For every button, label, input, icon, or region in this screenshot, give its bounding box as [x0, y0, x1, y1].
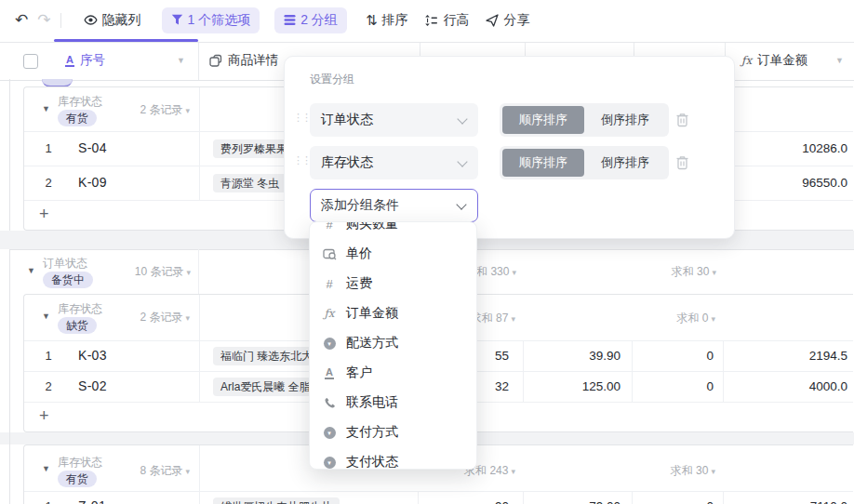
column-header-product[interactable]: 商品详情 [209, 52, 278, 69]
sort-desc-button[interactable]: 倒序排序 [584, 149, 666, 177]
row-height-icon [424, 14, 438, 27]
row-index: 1 [36, 499, 60, 504]
group-field-select-2[interactable]: 库存状态 [310, 146, 478, 179]
summary-shipping[interactable]: 求和 30▾ [671, 463, 715, 479]
number-icon: # [322, 277, 337, 291]
dropdown-arrow-icon: ▾ [186, 268, 191, 277]
sort-label: 排序 [381, 12, 407, 29]
row-index: 2 [36, 379, 60, 393]
menu-item-delivery[interactable]: ▾配送方式 [310, 328, 476, 358]
delete-group-icon[interactable] [675, 113, 689, 127]
group-value-badge: 有货 [58, 471, 97, 487]
cell-divider [199, 492, 200, 504]
menu-item-label: 订单金额 [346, 305, 398, 322]
column-menu-arrow-amount[interactable]: ▼ [835, 56, 844, 65]
eye-icon [84, 13, 98, 27]
menu-item-amount[interactable]: ƒx订单金额 [310, 298, 476, 328]
drag-handle-icon[interactable]: ⋮⋮ [293, 154, 310, 166]
summary-shipping[interactable]: 求和 30▾ [672, 264, 716, 280]
formula-icon: ƒx [741, 54, 752, 67]
cell-divider [418, 492, 419, 504]
row-height-button[interactable]: 行高 [424, 12, 469, 29]
cell-price: 39.90 [589, 349, 620, 363]
cell-divider [199, 132, 200, 166]
dropdown-arrow-icon: ▾ [711, 314, 715, 324]
cell-divider [523, 341, 524, 372]
column-divider [198, 43, 199, 80]
toolbar: ↶ ↷ 隐藏列 1 个筛选项 2 分组 ⇅ 排序 行高 分享 [0, 0, 854, 40]
menu-item-pay-status[interactable]: ▾支付状态 [310, 447, 476, 470]
sort-asc-button[interactable]: 顺序排序 [502, 149, 584, 177]
record-count[interactable]: 8 条记录▾ [140, 463, 190, 479]
dropdown-arrow-icon: ▾ [511, 467, 515, 476]
sort-order-segment-1: 顺序排序 倒序排序 [500, 103, 669, 137]
menu-item-price[interactable]: 单价 [310, 239, 476, 269]
column-header-amount[interactable]: ƒx 订单金额 [741, 52, 807, 69]
cell-divider [523, 372, 524, 403]
parent-group-border [9, 79, 10, 231]
cell-qty: 32 [495, 379, 509, 393]
filter-button[interactable]: 1 个筛选项 [162, 7, 260, 33]
share-icon [486, 14, 499, 27]
summary-qty[interactable]: 求和 87▾ [471, 311, 515, 326]
cell-seq: S-02 [78, 378, 107, 393]
cell-shipping: 0 [706, 349, 714, 363]
sort-icon: ⇅ [366, 12, 378, 29]
column-header-product-label: 商品详情 [228, 52, 278, 69]
seq-column-divider [199, 295, 200, 340]
relation-icon [209, 54, 222, 67]
product-tag: 青源堂 冬虫 [213, 174, 287, 192]
column-menu-arrow-seq[interactable]: ▼ [177, 56, 185, 65]
column-header-seq[interactable]: A 序号 [65, 52, 105, 69]
record-count[interactable]: 2 条记录▾ [140, 102, 190, 118]
group-field-select-1-value: 订单状态 [321, 112, 373, 128]
sort-button[interactable]: ⇅ 排序 [366, 12, 408, 29]
collapse-toggle-icon[interactable]: ▼ [42, 312, 50, 321]
menu-item-label: 支付状态 [346, 454, 398, 470]
select-all-checkbox[interactable] [23, 54, 38, 69]
table-row[interactable]: 1 Z-01 维世厚切牛肉片肥牛片 90 79.00 0 7110.0 [24, 491, 853, 504]
collapse-toggle-icon[interactable]: ▼ [42, 464, 50, 473]
menu-item-pay-method[interactable]: ▾支付方式 [310, 418, 476, 447]
summary-shipping[interactable]: 求和 0▾ [676, 311, 715, 326]
group-field-label: 库存状态 [58, 301, 102, 317]
cell-divider [199, 372, 200, 403]
group-icon [284, 14, 296, 26]
collapse-toggle-icon[interactable]: ▼ [42, 104, 50, 113]
select-icon: ▾ [322, 427, 337, 439]
number-icon: # [322, 221, 337, 232]
menu-item-qty[interactable]: #购买数量 [310, 221, 476, 239]
sort-asc-button[interactable]: 顺序排序 [502, 106, 584, 134]
cell-amount: 96550.0 [802, 176, 847, 190]
share-button[interactable]: 分享 [486, 12, 529, 29]
menu-item-customer[interactable]: A客户 [310, 358, 476, 388]
menu-item-label: 客户 [346, 365, 372, 381]
dropdown-arrow-icon: ▾ [185, 106, 190, 115]
seq-column-divider [199, 445, 200, 491]
menu-item-phone[interactable]: 联系电话 [310, 388, 476, 418]
seq-column-divider [199, 87, 200, 131]
field-dropdown-list: #购买数量 单价 #运费 ƒx订单金额 ▾配送方式 A客户 联系电话 ▾支付方式… [310, 221, 476, 470]
collapse-toggle-icon[interactable]: ▼ [27, 266, 35, 275]
sort-order-segment-2: 顺序排序 倒序排序 [500, 146, 669, 179]
cell-divider [632, 341, 633, 372]
group-button[interactable]: 2 分组 [274, 7, 347, 33]
drag-handle-icon[interactable]: ⋮⋮ [293, 112, 310, 124]
hide-columns-button[interactable]: 隐藏列 [84, 12, 141, 29]
add-group-condition-select[interactable]: 添加分组条件 [310, 189, 478, 222]
dropdown-arrow-icon: ▾ [712, 268, 716, 277]
cell-divider [199, 341, 200, 372]
delete-group-icon[interactable] [675, 155, 689, 170]
record-count[interactable]: 10 条记录▾ [135, 264, 191, 280]
select-icon: ▾ [322, 338, 337, 350]
menu-item-shipping[interactable]: #运费 [310, 269, 476, 298]
record-count[interactable]: 2 条记录▾ [140, 310, 190, 325]
group-field-select-1[interactable]: 订单状态 [310, 103, 478, 137]
menu-item-label: 单价 [346, 245, 372, 262]
undo-button[interactable]: ↶ [15, 10, 28, 30]
chevron-down-icon [457, 156, 467, 166]
sort-desc-button[interactable]: 倒序排序 [584, 106, 666, 134]
redo-button[interactable]: ↷ [37, 10, 50, 30]
cell-amount: 10286.0 [802, 141, 847, 155]
select-icon: ▾ [322, 457, 337, 469]
